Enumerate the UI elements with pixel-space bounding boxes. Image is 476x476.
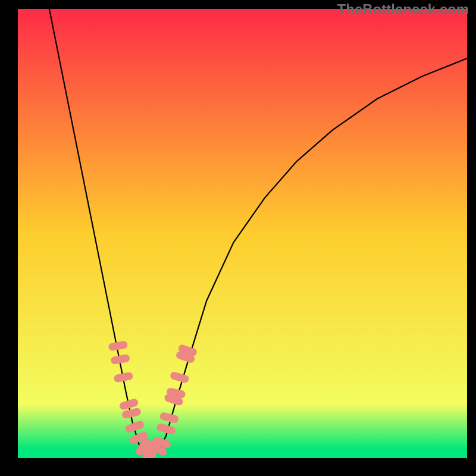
watermark-text: TheBottleneck.com [337, 1, 469, 18]
chart-svg [18, 9, 467, 458]
chart-container [18, 9, 467, 467]
plot-background [18, 9, 467, 458]
